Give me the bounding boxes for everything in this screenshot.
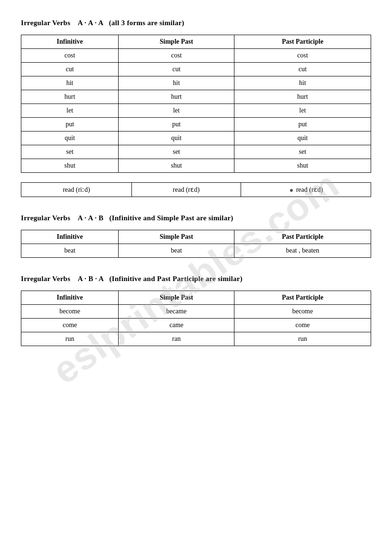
- table-row: letletlet: [21, 104, 371, 118]
- table-aab: Infinitive Simple Past Past Participle b…: [21, 230, 371, 258]
- section-aaa-title-suffix: (all 3 forms are similar): [109, 19, 184, 27]
- table-read: read (riːd) read (rɛd) read (rɛd): [21, 182, 371, 197]
- col-past-participle-2: Past Participle: [234, 230, 371, 244]
- table-cell: beat: [21, 244, 119, 258]
- table-cell: run: [21, 332, 119, 346]
- table-row: runranrun: [21, 332, 371, 346]
- table-cell: quit: [119, 132, 234, 145]
- col-simple-past-2: Simple Past: [119, 230, 234, 244]
- table-cell: let: [119, 104, 234, 118]
- table-cell: put: [21, 118, 119, 132]
- section-aaa-title-prefix: Irregular Verbs: [21, 19, 70, 27]
- table-cell: run: [234, 332, 371, 346]
- table-cell: hit: [119, 76, 234, 90]
- table-cell: cost: [119, 49, 234, 63]
- table-cell: quit: [234, 132, 371, 145]
- table-cell: hurt: [119, 90, 234, 104]
- table-cell: cut: [119, 63, 234, 76]
- table-cell: quit: [21, 132, 119, 145]
- table-cell: beat , beaten: [234, 244, 371, 258]
- table-row: hithithit: [21, 76, 371, 90]
- section-aba-title-suffix: (Infinitive and Past Participle are simi…: [109, 275, 243, 282]
- section-aaa-title: Irregular Verbs A · A · A (all 3 forms a…: [21, 19, 371, 27]
- table-row: hurthurthurt: [21, 90, 371, 104]
- section-aab-title: Irregular Verbs A · A · B (Infinitive an…: [21, 214, 371, 222]
- table-row: shutshutshut: [21, 159, 371, 173]
- table-cell: hurt: [234, 90, 371, 104]
- section-aba-title-prefix: Irregular Verbs: [21, 275, 70, 282]
- page-wrapper: eslprintables.com Irregular Verbs A · A …: [21, 19, 371, 346]
- col-simple-past-3: Simple Past: [119, 291, 234, 305]
- section-aab-title-pattern: A · A · B: [78, 214, 103, 222]
- table-row: becomebecamebecome: [21, 305, 371, 319]
- section-aba-title: Irregular Verbs A · B · A (Infinitive an…: [21, 275, 371, 283]
- table-cell: cost: [21, 49, 119, 63]
- table-cell: put: [119, 118, 234, 132]
- col-past-participle-1: Past Participle: [234, 35, 371, 49]
- table-cell: cost: [234, 49, 371, 63]
- table-cell: shut: [21, 159, 119, 173]
- table-cell: hit: [21, 76, 119, 90]
- table-row: beatbeatbeat , beaten: [21, 244, 371, 258]
- section-aba-title-pattern: A · B · A: [78, 275, 103, 282]
- section-aab: Irregular Verbs A · A · B (Infinitive an…: [21, 214, 371, 258]
- table-cell: set: [21, 145, 119, 159]
- table-row: costcostcost: [21, 49, 371, 63]
- section-aab-title-prefix: Irregular Verbs: [21, 214, 70, 222]
- read-past-participle-text: read (rɛd): [296, 186, 323, 193]
- table-aaa: Infinitive Simple Past Past Participle c…: [21, 35, 371, 173]
- col-infinitive-3: Infinitive: [21, 291, 119, 305]
- col-infinitive-2: Infinitive: [21, 230, 119, 244]
- section-aaa-title-pattern: A · A · A: [78, 19, 103, 27]
- section-aaa: Irregular Verbs A · A · A (all 3 forms a…: [21, 19, 371, 197]
- table-cell: let: [234, 104, 371, 118]
- table-cell: became: [119, 305, 234, 319]
- table-cell: become: [21, 305, 119, 319]
- table-cell: set: [119, 145, 234, 159]
- table-cell: beat: [119, 244, 234, 258]
- table-cell: shut: [119, 159, 234, 173]
- table-aba: Infinitive Simple Past Past Participle b…: [21, 291, 371, 346]
- table-row: setsetset: [21, 145, 371, 159]
- table-cell: let: [21, 104, 119, 118]
- table-aaa-header-row: Infinitive Simple Past Past Participle: [21, 35, 371, 49]
- read-simple-past: read (rɛd): [131, 183, 241, 197]
- table-cell: become: [234, 305, 371, 319]
- col-past-participle-3: Past Participle: [234, 291, 371, 305]
- read-infinitive: read (riːd): [21, 183, 132, 197]
- table-cell: come: [21, 319, 119, 332]
- col-simple-past-1: Simple Past: [119, 35, 234, 49]
- table-cell: ran: [119, 332, 234, 346]
- table-cell: came: [119, 319, 234, 332]
- table-cell: cut: [21, 63, 119, 76]
- table-cell: hit: [234, 76, 371, 90]
- col-infinitive-1: Infinitive: [21, 35, 119, 49]
- table-cell: set: [234, 145, 371, 159]
- table-row: quitquitquit: [21, 132, 371, 145]
- bullet-dot-icon: [290, 189, 293, 192]
- table-cell: shut: [234, 159, 371, 173]
- table-aba-header-row: Infinitive Simple Past Past Participle: [21, 291, 371, 305]
- section-aab-title-suffix: (Infinitive and Simple Past are similar): [109, 214, 233, 222]
- table-row: comecamecome: [21, 319, 371, 332]
- table-cell: hurt: [21, 90, 119, 104]
- section-aba: Irregular Verbs A · B · A (Infinitive an…: [21, 275, 371, 346]
- read-past-participle: read (rɛd): [241, 183, 371, 197]
- table-row: putputput: [21, 118, 371, 132]
- table-row: cutcutcut: [21, 63, 371, 76]
- table-cell: come: [234, 319, 371, 332]
- table-cell: cut: [234, 63, 371, 76]
- table-aab-header-row: Infinitive Simple Past Past Participle: [21, 230, 371, 244]
- table-cell: put: [234, 118, 371, 132]
- read-row: read (riːd) read (rɛd) read (rɛd): [21, 183, 371, 197]
